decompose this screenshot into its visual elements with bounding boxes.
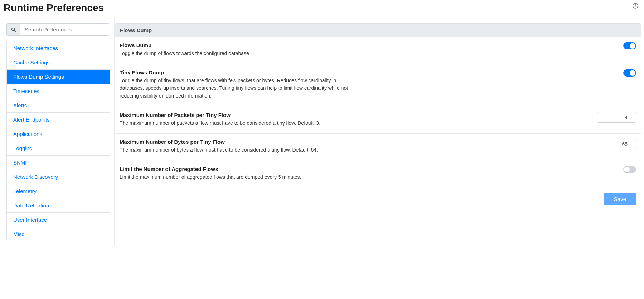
setting-control xyxy=(593,139,636,150)
setting-description: Limit the maximum number of aggregated f… xyxy=(120,173,356,181)
layout: Network InterfacesCache SettingsFlows Du… xyxy=(0,19,644,246)
sidebar-item-link[interactable]: Timeseries xyxy=(7,84,110,98)
help-icon[interactable]: ? xyxy=(633,3,638,10)
setting-text: Maximum Number of Packets per Tiny FlowT… xyxy=(120,112,356,127)
toggle-knob xyxy=(630,70,635,76)
sidebar-nav: Network InterfacesCache SettingsFlows Du… xyxy=(6,41,110,241)
sidebar-item-link[interactable]: Network Interfaces xyxy=(7,41,110,55)
number-input-max-bytes-tiny[interactable] xyxy=(597,139,636,150)
page-header: Runtime Preferences ? xyxy=(0,0,644,19)
sidebar-item: Logging xyxy=(7,141,110,156)
sidebar-item: Flows Dump Settings xyxy=(7,70,110,84)
search-row xyxy=(6,23,110,36)
search-input[interactable] xyxy=(20,23,110,36)
sidebar-item-link[interactable]: Flows Dump Settings xyxy=(7,70,110,84)
setting-control xyxy=(593,112,636,123)
settings-container: Flows DumpToggle the dump of flows towar… xyxy=(115,37,641,188)
setting-control xyxy=(593,69,636,77)
sidebar-item: Data Retention xyxy=(7,198,110,213)
sidebar-item-link[interactable]: Telemetry xyxy=(7,184,110,198)
setting-text: Flows DumpToggle the dump of flows towar… xyxy=(120,42,356,58)
setting-title: Limit the Number of Aggregated Flows xyxy=(120,166,356,172)
sidebar-item-link[interactable]: Alerts xyxy=(7,98,110,112)
sidebar-item: Alerts xyxy=(7,98,110,113)
setting-description: Toggle the dump of tiny flows, that are … xyxy=(120,77,356,100)
page-title: Runtime Preferences xyxy=(4,2,104,14)
setting-title: Flows Dump xyxy=(120,42,356,48)
sidebar-item: Applications xyxy=(7,127,110,141)
setting-text: Maximum Number of Bytes per Tiny FlowThe… xyxy=(120,139,356,154)
sidebar-item: Telemetry xyxy=(7,184,110,198)
sidebar-item: Network Interfaces xyxy=(7,41,110,55)
setting-row-tiny-flows-dump: Tiny Flows DumpToggle the dump of tiny f… xyxy=(115,64,641,107)
sidebar-item: User Interface xyxy=(7,213,110,227)
setting-text: Limit the Number of Aggregated FlowsLimi… xyxy=(120,166,356,181)
sidebar-item-link[interactable]: Misc xyxy=(7,227,110,241)
main-panel: Flows Dump Flows DumpToggle the dump of … xyxy=(115,19,644,246)
search-icon[interactable] xyxy=(6,23,20,36)
sidebar-item-link[interactable]: Alert Endpoints xyxy=(7,113,110,127)
toggle-limit-aggregated[interactable] xyxy=(623,166,636,173)
sidebar-item: SNMP xyxy=(7,156,110,170)
panel-header: Flows Dump xyxy=(115,23,641,37)
setting-description: The maximum number of bytes a flow must … xyxy=(120,146,356,154)
svg-line-3 xyxy=(14,30,15,31)
save-button[interactable]: Save xyxy=(604,193,636,205)
toggle-knob xyxy=(630,43,635,49)
number-input-max-packets-tiny[interactable] xyxy=(597,112,636,123)
setting-title: Maximum Number of Packets per Tiny Flow xyxy=(120,112,356,118)
setting-control xyxy=(593,166,636,173)
sidebar-item-link[interactable]: SNMP xyxy=(7,156,110,170)
sidebar-item: Timeseries xyxy=(7,84,110,98)
svg-point-2 xyxy=(11,28,14,30)
sidebar: Network InterfacesCache SettingsFlows Du… xyxy=(0,19,115,246)
sidebar-item: Network Discovery xyxy=(7,170,110,184)
setting-text: Tiny Flows DumpToggle the dump of tiny f… xyxy=(120,69,356,100)
sidebar-item: Cache Settings xyxy=(7,55,110,70)
toggle-flows-dump[interactable] xyxy=(623,42,636,49)
setting-description: Toggle the dump of flows towards the con… xyxy=(120,50,356,58)
setting-row-flows-dump: Flows DumpToggle the dump of flows towar… xyxy=(115,37,641,64)
sidebar-item-link[interactable]: Cache Settings xyxy=(7,55,110,69)
sidebar-item-link[interactable]: Data Retention xyxy=(7,198,110,212)
sidebar-item: Misc xyxy=(7,227,110,241)
setting-control xyxy=(593,42,636,49)
setting-title: Maximum Number of Bytes per Tiny Flow xyxy=(120,139,356,145)
toggle-knob xyxy=(624,167,630,172)
setting-title: Tiny Flows Dump xyxy=(120,69,356,75)
svg-text:?: ? xyxy=(634,4,636,8)
sidebar-item-link[interactable]: Logging xyxy=(7,141,110,155)
setting-row-max-bytes-tiny: Maximum Number of Bytes per Tiny FlowThe… xyxy=(115,134,641,161)
panel-footer: Save xyxy=(115,188,641,210)
setting-description: The maximum number of packets a flow mus… xyxy=(120,119,356,127)
sidebar-item-link[interactable]: Network Discovery xyxy=(7,170,110,184)
sidebar-item: Alert Endpoints xyxy=(7,113,110,127)
sidebar-item-link[interactable]: Applications xyxy=(7,127,110,141)
setting-row-limit-aggregated: Limit the Number of Aggregated FlowsLimi… xyxy=(115,161,641,188)
sidebar-item-link[interactable]: User Interface xyxy=(7,213,110,227)
setting-row-max-packets-tiny: Maximum Number of Packets per Tiny FlowT… xyxy=(115,107,641,134)
toggle-tiny-flows-dump[interactable] xyxy=(623,69,636,77)
